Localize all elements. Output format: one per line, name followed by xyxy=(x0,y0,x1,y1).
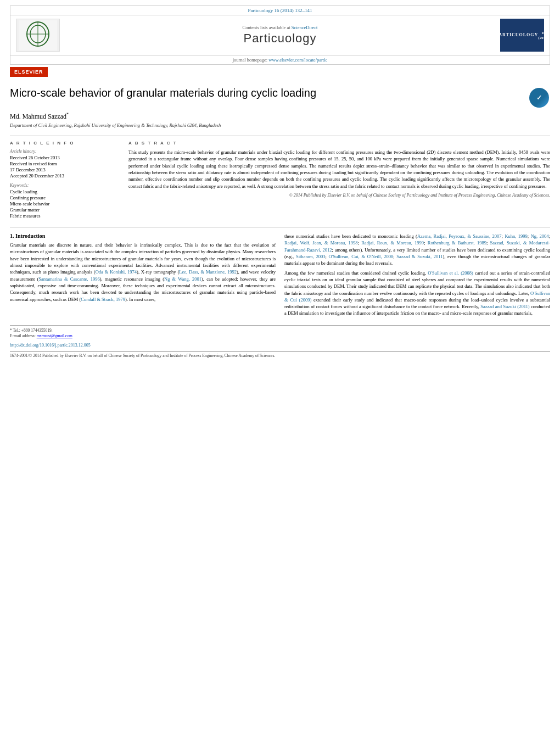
body-right-column: these numerical studies have been dedica… xyxy=(284,233,550,320)
author-sup: * xyxy=(66,112,69,117)
journal-top-bar: Particuology 16 (2014) 132–141 xyxy=(10,6,550,15)
ref-sazzad2011[interactable]: Sazzad & Suzuki, 2011 xyxy=(396,254,443,259)
sciencedirect-link[interactable]: ScienceDirect xyxy=(292,25,318,30)
body-left-column: 1. Introduction Granular materials are d… xyxy=(10,233,276,320)
ref-osullivan2008[interactable]: O'Sullivan, Cui, & O'Neill, 2008 xyxy=(329,254,394,259)
ref-roth[interactable]: Rothenburg & Bathurst, 1989 xyxy=(428,240,486,246)
keyword-2: Confining pressure xyxy=(10,195,120,200)
volume-info: Particuology 16 (2014) 132–141 xyxy=(248,8,312,13)
ref-osullivan2009[interactable]: O'Sullivan & Cui (2009) xyxy=(284,291,550,303)
history-label: Article history: xyxy=(10,149,120,154)
body-para-2: these numerical studies have been dedica… xyxy=(284,233,550,267)
ref-sazzad2011b[interactable]: Sazzad and Suzuki (2011) xyxy=(480,304,529,309)
homepage-link[interactable]: www.elsevier.com/locate/partic xyxy=(268,57,327,63)
keywords-label: Keywords: xyxy=(10,183,120,188)
article-title-section: Micro-scale behavior of granular materia… xyxy=(10,87,550,109)
page-wrapper: Particuology 16 (2014) 132–141 Contents … xyxy=(0,5,560,742)
ref-santa[interactable]: Santamarina & Cascante, 1996 xyxy=(38,276,99,282)
ref-ng[interactable]: Ng & Wang, 2001 xyxy=(164,276,201,282)
ref-azema[interactable]: Azema, Radjai, Peyroux, & Saussine, 2007 xyxy=(417,233,502,239)
article-title: Micro-scale behavior of granular materia… xyxy=(10,87,523,99)
accepted-date: Accepted 20 December 2013 xyxy=(10,173,120,178)
article-info-heading: A R T I C L E I N F O xyxy=(10,141,120,146)
ref-sitharam[interactable]: Sitharam, 2003 xyxy=(296,254,326,259)
revised-label: Received in revised form xyxy=(10,161,120,166)
article-info-abstract-section: A R T I C L E I N F O Article history: R… xyxy=(10,136,550,219)
received-date: Received 26 October 2013 xyxy=(10,155,120,160)
footnote-email: E-mail address: msmsust@gmail.com xyxy=(10,333,550,339)
author-name: Md. Mahmud Sazzad* xyxy=(10,112,550,121)
body-para-3: Among the few numerical studies that con… xyxy=(284,270,550,317)
keyword-1: Cyclic loading xyxy=(10,189,120,194)
elsevier-section: ELSEVIER xyxy=(10,67,550,77)
article-info-column: A R T I C L E I N F O Article history: R… xyxy=(10,141,120,219)
keyword-4: Granular matter xyxy=(10,207,120,213)
crossmark-badge[interactable]: ✓ xyxy=(528,87,550,109)
journal-title-center: Contents lists available at ScienceDirec… xyxy=(60,25,500,46)
issn-line: 1674-2001/© 2014 Published by Elsevier B… xyxy=(10,353,550,358)
abstract-copyright: © 2014 Published by Elsevier B.V. on beh… xyxy=(128,193,550,198)
elsevier-tree-logo xyxy=(16,19,60,52)
ref-oda[interactable]: Oda & Konishi, 1974 xyxy=(96,269,137,275)
journal-name: Particuology xyxy=(60,31,500,46)
journal-cover-image: PARTICUOLOGY 16 (2014) xyxy=(500,19,544,52)
revised-date: 17 December 2013 xyxy=(10,167,120,172)
journal-homepage-bar: journal homepage: www.elsevier.com/locat… xyxy=(10,55,550,64)
ref-cundall[interactable]: Cundall & Strack, 1979 xyxy=(81,297,125,302)
doi-link[interactable]: http://dx.doi.org/10.1016/j.partic.2013.… xyxy=(10,343,91,348)
bottom-bar: 1674-2001/© 2014 Published by Elsevier B… xyxy=(10,351,550,358)
intro-title: 1. Introduction xyxy=(10,233,276,239)
contents-line: Contents lists available at ScienceDirec… xyxy=(60,25,500,30)
journal-middle: Contents lists available at ScienceDirec… xyxy=(10,15,550,55)
ref-kuhn[interactable]: Kuhn, 1999 xyxy=(505,233,527,239)
body-section: 1. Introduction Granular materials are d… xyxy=(10,233,550,320)
ref-lee[interactable]: Lee, Dass, & Manzione, 1992 xyxy=(179,269,237,275)
keyword-3: Micro-scale behavior xyxy=(10,201,120,207)
ref-osullivan2008b[interactable]: O'Sullivan et al. (2008) xyxy=(428,270,473,276)
abstract-heading: A B S T R A C T xyxy=(128,141,550,146)
ref-radjai1999[interactable]: Radjai, Roux, & Moreau, 1999 xyxy=(361,240,424,246)
footnote-section: * Tel.: +880 1744355019. E-mail address:… xyxy=(10,325,550,348)
footnote-tel: * Tel.: +880 1744355019. xyxy=(10,328,550,334)
crossmark-icon: ✓ xyxy=(529,88,549,108)
body-para-1: Granular materials are discrete in natur… xyxy=(10,242,276,303)
section-divider xyxy=(10,227,550,227)
email-link[interactable]: msmsust@gmail.com xyxy=(37,333,72,338)
ref-ng2004[interactable]: Ng, 2004 xyxy=(531,233,549,239)
keyword-5: Fabric measures xyxy=(10,213,120,219)
affiliation: Department of Civil Engineering, Rajshah… xyxy=(10,122,550,128)
ref-radjai1998[interactable]: Radjai, Wolf, Jean, & Moreau, 1998 xyxy=(284,240,358,246)
elsevier-logo: ELSEVIER xyxy=(10,67,48,77)
journal-header: Particuology 16 (2014) 132–141 Contents … xyxy=(10,5,550,65)
abstract-text: This study presents the micro-scale beha… xyxy=(128,149,550,189)
abstract-column: A B S T R A C T This study presents the … xyxy=(128,141,550,219)
